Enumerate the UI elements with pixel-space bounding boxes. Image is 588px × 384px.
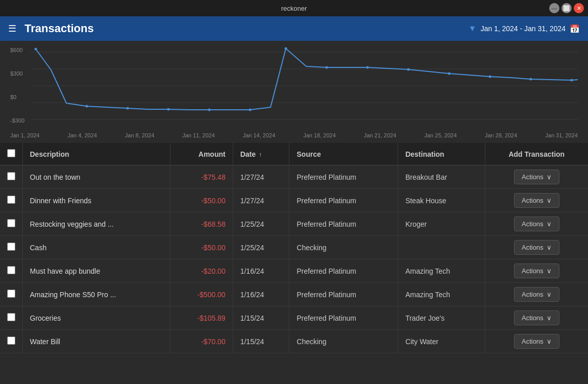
date-filter[interactable]: ▼ Jan 1, 2024 - Jan 31, 2024 📅 <box>469 24 580 34</box>
row-amount: -$50.00 <box>170 189 233 212</box>
table-row: Cash -$50.00 1/25/24 Checking Actions ∨ <box>0 236 588 259</box>
row-actions-cell: Actions ∨ <box>485 165 588 189</box>
row-checkbox-cell[interactable] <box>0 236 22 259</box>
actions-label: Actions <box>522 220 544 228</box>
x-label-7: Jan 25, 2024 <box>424 132 457 138</box>
table-row: Restocking veggies and ... -$68.58 1/25/… <box>0 212 588 236</box>
table-header-row: Description Amount Date ↑ Source Destina… <box>0 143 588 165</box>
svg-point-17 <box>530 78 532 81</box>
row-checkbox[interactable] <box>7 172 15 180</box>
svg-point-13 <box>366 66 369 69</box>
row-checkbox[interactable] <box>7 290 15 298</box>
actions-chevron-icon: ∨ <box>547 314 552 322</box>
actions-button[interactable]: Actions ∨ <box>514 217 559 231</box>
table-row: Water Bill -$70.00 1/15/24 Checking City… <box>0 330 588 353</box>
actions-button[interactable]: Actions ∨ <box>514 310 559 325</box>
row-description: Restocking veggies and ... <box>22 212 170 236</box>
row-checkbox[interactable] <box>7 219 15 227</box>
svg-point-15 <box>448 73 451 75</box>
row-description: Water Bill <box>22 330 170 353</box>
row-amount: -$70.00 <box>170 330 233 353</box>
app-window-title: reckoner <box>281 5 307 12</box>
row-source: Preferred Platinum <box>289 189 398 212</box>
actions-label: Actions <box>522 173 544 181</box>
row-date: 1/25/24 <box>233 212 289 236</box>
actions-chevron-icon: ∨ <box>547 244 552 251</box>
table-row: Amazing Phone S50 Pro ... -$500.00 1/16/… <box>0 283 588 306</box>
row-amount: -$50.00 <box>170 236 233 259</box>
source-header: Source <box>289 143 398 165</box>
table-body: Out on the town -$75.48 1/27/24 Preferre… <box>0 165 588 353</box>
actions-button[interactable]: Actions ∨ <box>514 240 559 255</box>
chart-container: $600 $300 $0 -$300 <box>0 41 588 143</box>
titlebar: reckoner — ⬜ ✕ <box>0 0 588 16</box>
row-date: 1/25/24 <box>233 236 289 259</box>
table-row: Out on the town -$75.48 1/27/24 Preferre… <box>0 165 588 189</box>
row-checkbox[interactable] <box>7 196 15 204</box>
actions-chevron-icon: ∨ <box>547 267 552 275</box>
transactions-table-container: Description Amount Date ↑ Source Destina… <box>0 143 588 384</box>
x-label-9: Jan 31, 2024 <box>545 132 578 138</box>
app-header: ☰ Transactions ▼ Jan 1, 2024 - Jan 31, 2… <box>0 16 588 41</box>
filter-icon: ▼ <box>469 24 477 33</box>
svg-point-11 <box>285 47 287 50</box>
calendar-icon: 📅 <box>570 24 580 34</box>
row-destination: Kroger <box>398 212 485 236</box>
row-amount: -$500.00 <box>170 283 233 306</box>
row-checkbox-cell[interactable] <box>0 259 22 283</box>
row-source: Preferred Platinum <box>289 283 398 306</box>
actions-button[interactable]: Actions ∨ <box>514 334 559 349</box>
row-amount: -$20.00 <box>170 259 233 283</box>
maximize-button[interactable]: ⬜ <box>561 3 572 13</box>
actions-label: Actions <box>522 197 544 204</box>
row-checkbox-cell[interactable] <box>0 189 22 212</box>
row-checkbox[interactable] <box>7 337 15 345</box>
actions-button[interactable]: Actions ∨ <box>514 287 559 302</box>
select-all-header[interactable] <box>0 143 22 165</box>
actions-label: Actions <box>522 338 544 345</box>
row-checkbox[interactable] <box>7 313 15 321</box>
row-date: 1/16/24 <box>233 283 289 306</box>
row-destination: Breakout Bar <box>398 165 485 189</box>
menu-icon[interactable]: ☰ <box>8 23 16 34</box>
row-checkbox-cell[interactable] <box>0 306 22 330</box>
actions-button[interactable]: Actions ∨ <box>514 170 559 184</box>
actions-button[interactable]: Actions ∨ <box>514 263 559 278</box>
actions-label: Actions <box>522 291 544 298</box>
chart-x-labels: Jan 1, 2024 Jan 4, 2024 Jan 8, 2024 Jan … <box>10 130 578 140</box>
actions-label: Actions <box>522 267 544 275</box>
svg-point-9 <box>208 109 211 111</box>
table-row: Dinner with Friends -$50.00 1/27/24 Pref… <box>0 189 588 212</box>
destination-header: Destination <box>398 143 485 165</box>
row-destination: Trader Joe's <box>398 306 485 330</box>
row-destination: Amazing Tech <box>398 283 485 306</box>
date-header[interactable]: Date ↑ <box>233 143 289 165</box>
row-checkbox-cell[interactable] <box>0 330 22 353</box>
row-checkbox-cell[interactable] <box>0 212 22 236</box>
row-date: 1/16/24 <box>233 259 289 283</box>
x-label-6: Jan 21, 2024 <box>364 132 397 138</box>
row-checkbox-cell[interactable] <box>0 165 22 189</box>
row-checkbox[interactable] <box>7 243 15 251</box>
row-source: Preferred Platinum <box>289 165 398 189</box>
minimize-button[interactable]: — <box>549 3 559 13</box>
close-button[interactable]: ✕ <box>574 3 584 13</box>
row-checkbox[interactable] <box>7 266 15 274</box>
x-label-3: Jan 11, 2024 <box>182 132 215 138</box>
add-transaction-header[interactable]: Add Transaction <box>485 143 588 165</box>
table-row: Groceries -$105.89 1/15/24 Preferred Pla… <box>0 306 588 330</box>
row-description: Amazing Phone S50 Pro ... <box>22 283 170 306</box>
actions-chevron-icon: ∨ <box>547 338 552 345</box>
actions-label: Actions <box>522 314 544 322</box>
row-actions-cell: Actions ∨ <box>485 283 588 306</box>
actions-chevron-icon: ∨ <box>547 197 552 204</box>
row-checkbox-cell[interactable] <box>0 283 22 306</box>
row-description: Out on the town <box>22 165 170 189</box>
svg-point-12 <box>326 66 328 69</box>
x-label-5: Jan 18, 2024 <box>303 132 336 138</box>
transactions-table: Description Amount Date ↑ Source Destina… <box>0 143 588 353</box>
svg-point-8 <box>167 108 170 111</box>
actions-button[interactable]: Actions ∨ <box>514 193 559 208</box>
select-all-checkbox[interactable] <box>7 149 15 157</box>
row-description: Groceries <box>22 306 170 330</box>
